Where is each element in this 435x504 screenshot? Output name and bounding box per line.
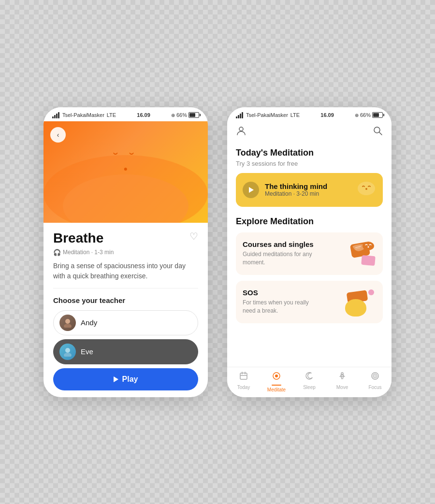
todays-meditation-sub: Try 3 sessions for free xyxy=(236,160,383,167)
todays-meditation-title: Today's Meditation xyxy=(236,148,383,158)
svg-point-4 xyxy=(239,127,243,131)
battery-label: 66% xyxy=(176,112,187,118)
featured-play-icon xyxy=(249,187,254,193)
featured-title: The thinking mind xyxy=(265,182,351,190)
nav-item-meditate[interactable]: Meditate xyxy=(260,371,293,392)
avatar-andy xyxy=(59,315,76,331)
network-label-right: LTE xyxy=(290,112,300,118)
face-eyes: ˘ ˘ xyxy=(114,150,138,166)
battery-icon-right xyxy=(372,112,383,118)
svg-line-6 xyxy=(379,132,382,135)
sos-card-text: SOS For times when you really need a bre… xyxy=(243,288,315,315)
signal-bars xyxy=(52,112,59,118)
featured-meta: Meditation · 3-20 min xyxy=(265,190,351,197)
courses-card-title: Courses and singles xyxy=(243,240,315,248)
breathe-meta-text: Meditation · 1-3 min xyxy=(63,249,114,256)
illus-shape-2 xyxy=(361,255,376,265)
bottom-navigation: Today Meditate Sleep xyxy=(227,367,392,397)
battery-label-right: 66% xyxy=(360,112,371,118)
back-button[interactable]: ‹ xyxy=(50,127,66,143)
top-icons-bar xyxy=(227,121,392,141)
face-nose xyxy=(124,168,127,171)
battery-area: ⊕ 66% xyxy=(171,112,199,118)
hero-section: ˘ ˘ ‹ xyxy=(44,121,208,223)
teacher-name-eve: Eve xyxy=(81,347,93,356)
sos-dot xyxy=(368,289,374,295)
focus-nav-icon xyxy=(370,371,380,383)
courses-card[interactable]: Courses and singles Guided meditations f… xyxy=(236,232,383,275)
gps-icon-right: ⊕ xyxy=(355,113,359,118)
headphone-icon: 🎧 xyxy=(53,249,61,256)
sos-card-subtitle: For times when you really need a break. xyxy=(243,299,315,315)
carrier-label-right: Tsel-PakaiMasker xyxy=(246,112,288,118)
signal-area: Tsel-PakaiMasker LTE xyxy=(52,112,116,118)
search-icon[interactable] xyxy=(372,125,383,138)
featured-play-button[interactable] xyxy=(243,182,259,198)
svg-point-3 xyxy=(64,353,72,357)
sleep-nav-icon xyxy=(304,371,314,383)
featured-text-area: The thinking mind Meditation · 3-20 min xyxy=(265,182,351,197)
breathe-title: Breathe xyxy=(53,230,103,246)
breathe-header: Breathe ♡ xyxy=(53,230,198,246)
sos-card-title: SOS xyxy=(243,288,315,297)
svg-point-12 xyxy=(368,246,369,247)
nav-item-sleep[interactable]: Sleep xyxy=(293,371,326,392)
sos-illustration xyxy=(342,288,376,317)
featured-face-icon xyxy=(357,180,376,200)
play-triangle-icon xyxy=(114,376,118,382)
svg-point-2 xyxy=(65,348,70,353)
signal-area-right: Tsel-PakaiMasker LTE xyxy=(236,112,300,118)
gps-icon: ⊕ xyxy=(171,113,175,118)
focus-nav-label: Focus xyxy=(368,385,381,390)
favorite-button[interactable]: ♡ xyxy=(189,230,198,242)
meditate-nav-underline xyxy=(272,385,281,386)
status-bar-left: Tsel-PakaiMasker LTE 16.09 ⊕ 66% xyxy=(44,107,208,121)
meditation-face: ˘ ˘ xyxy=(114,150,138,171)
teacher-row-andy[interactable]: Andy xyxy=(53,310,198,335)
explore-meditation-title: Explore Meditation xyxy=(236,216,383,227)
signal-bars-right xyxy=(236,112,243,118)
today-nav-icon xyxy=(239,371,248,383)
courses-card-subtitle: Guided meditations for any moment. xyxy=(243,250,315,267)
breathe-meta: 🎧 Meditation · 1-3 min xyxy=(53,249,198,256)
courses-illustration xyxy=(342,239,376,268)
sos-shape-2 xyxy=(345,299,366,317)
nav-item-today[interactable]: Today xyxy=(227,371,260,392)
svg-point-18 xyxy=(275,374,278,377)
svg-point-1 xyxy=(64,324,72,328)
nav-item-focus[interactable]: Focus xyxy=(359,371,392,392)
svg-point-8 xyxy=(365,188,367,190)
right-main-content: Today's Meditation Try 3 sessions for fr… xyxy=(227,141,392,367)
nav-item-move[interactable]: Move xyxy=(326,371,359,392)
avatar-eve xyxy=(59,344,76,360)
teacher-name-andy: Andy xyxy=(81,318,97,327)
sos-card-image xyxy=(342,288,376,317)
move-nav-label: Move xyxy=(336,385,348,390)
today-nav-label: Today xyxy=(237,385,250,390)
svg-point-19 xyxy=(341,373,343,374)
profile-icon[interactable] xyxy=(236,125,246,138)
play-label: Play xyxy=(122,375,138,384)
featured-card[interactable]: The thinking mind Meditation · 3-20 min xyxy=(236,173,383,207)
courses-card-text: Courses and singles Guided meditations f… xyxy=(243,240,315,267)
carrier-label: Tsel-PakaiMasker xyxy=(62,112,104,118)
meditate-nav-icon xyxy=(272,371,281,383)
meditate-nav-label: Meditate xyxy=(267,387,286,392)
battery-icon xyxy=(188,112,199,118)
svg-rect-13 xyxy=(240,373,247,379)
network-label: LTE xyxy=(107,112,116,118)
courses-card-image xyxy=(342,239,376,268)
time-label: 16.09 xyxy=(137,112,150,118)
choose-teacher-label: Choose your teacher xyxy=(53,296,198,304)
right-phone: Tsel-PakaiMasker LTE 16.09 ⊕ 66% xyxy=(227,107,392,397)
sos-card[interactable]: SOS For times when you really need a bre… xyxy=(236,281,383,323)
sleep-nav-label: Sleep xyxy=(303,385,316,390)
svg-point-11 xyxy=(362,242,374,250)
status-bar-right: Tsel-PakaiMasker LTE 16.09 ⊕ 66% xyxy=(227,107,392,121)
left-phone-content: Breathe ♡ 🎧 Meditation · 1-3 min Bring a… xyxy=(44,223,208,397)
battery-area-right: ⊕ 66% xyxy=(355,112,383,118)
illus-face xyxy=(362,240,375,253)
svg-point-0 xyxy=(65,319,70,324)
teacher-row-eve[interactable]: Eve xyxy=(53,339,198,364)
play-button[interactable]: Play xyxy=(53,368,198,390)
